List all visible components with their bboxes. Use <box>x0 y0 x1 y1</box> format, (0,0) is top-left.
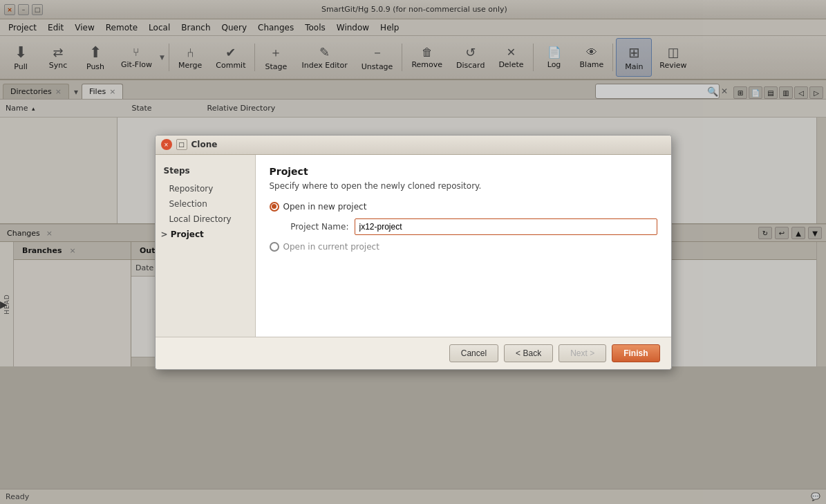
modal-step-repository[interactable]: Repository <box>156 181 255 196</box>
next-button[interactable]: Next > <box>559 344 606 362</box>
radio-current-project-label: Open in current project <box>283 242 379 252</box>
finish-button[interactable]: Finish <box>612 344 659 362</box>
modal-step-project[interactable]: Project <box>156 227 255 242</box>
modal-titlebar: × □ Clone <box>156 136 671 155</box>
project-name-label: Project Name: <box>283 222 349 232</box>
modal-steps-title: Steps <box>156 166 255 181</box>
modal-overlay: × □ Clone Steps Repository Selection Loc… <box>0 0 826 504</box>
modal-close-button[interactable]: × <box>161 139 172 150</box>
cancel-button[interactable]: Cancel <box>449 344 498 362</box>
radio-new-project-row: Open in new project <box>270 202 657 212</box>
clone-dialog: × □ Clone Steps Repository Selection Loc… <box>155 135 672 370</box>
modal-minimize-button[interactable]: □ <box>176 139 187 150</box>
project-name-row: Project Name: <box>283 218 657 235</box>
radio-current-project[interactable] <box>270 242 279 252</box>
modal-footer: Cancel < Back Next > Finish <box>156 337 671 369</box>
modal-sidebar: Steps Repository Selection Local Directo… <box>156 155 256 337</box>
modal-title: Clone <box>191 140 218 149</box>
radio-new-project[interactable] <box>270 202 279 212</box>
modal-step-selection[interactable]: Selection <box>156 196 255 212</box>
project-name-input[interactable] <box>355 218 657 235</box>
radio-new-project-label: Open in new project <box>283 202 367 212</box>
modal-section-desc: Specify where to open the newly cloned r… <box>270 181 657 191</box>
back-button[interactable]: < Back <box>504 344 553 362</box>
modal-content: Project Specify where to open the newly … <box>256 155 671 337</box>
modal-body: Steps Repository Selection Local Directo… <box>156 155 671 337</box>
modal-step-local-directory[interactable]: Local Directory <box>156 212 255 227</box>
modal-section-title: Project <box>270 166 657 177</box>
radio-current-project-row: Open in current project <box>270 242 657 252</box>
